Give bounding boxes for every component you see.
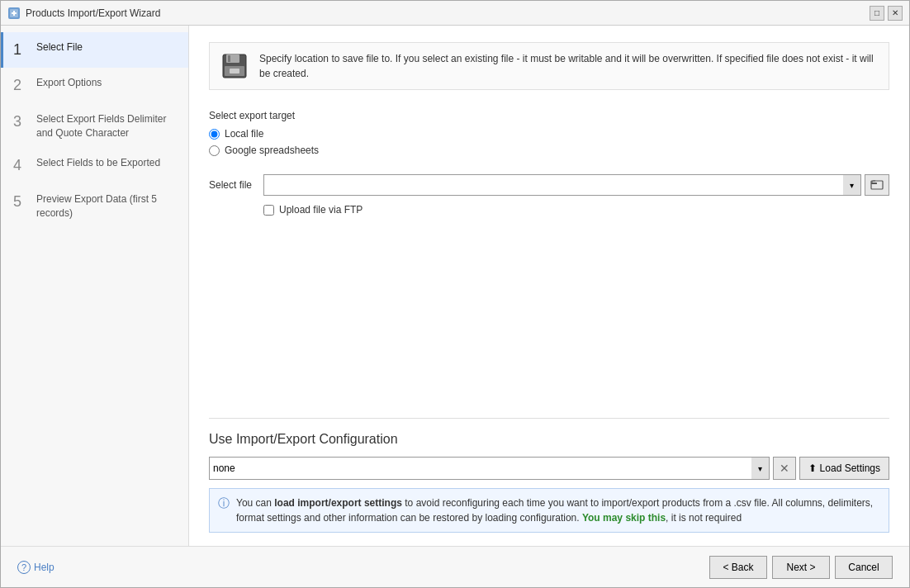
config-info-box: ⓘ You can load import/export settings to…	[209, 488, 889, 533]
step-1-label: Select File	[36, 40, 83, 55]
svg-rect-7	[871, 181, 883, 189]
upload-ftp-label: Upload file via FTP	[279, 204, 363, 216]
browse-button[interactable]	[865, 174, 889, 196]
load-settings-label: Load Settings	[820, 462, 880, 474]
load-settings-button[interactable]: ⬆ Load Settings	[799, 457, 889, 480]
info-circle-icon: ⓘ	[218, 496, 230, 511]
config-select-dropdown[interactable]: none	[209, 457, 770, 480]
step-4[interactable]: 4 Select Fields to be Exported	[1, 148, 188, 183]
help-label: Help	[34, 562, 55, 573]
info-banner: Specify location to save file to. If you…	[209, 42, 889, 90]
step-5-label: Preview Export Data (first 5 records)	[36, 192, 178, 220]
main-window: Products Import/Export Wizard □ ✕ 1 Sele…	[0, 0, 910, 588]
file-select-row: Select file ▾	[209, 174, 889, 196]
step-3-label: Select Export Fields Delimiter and Quote…	[36, 112, 178, 140]
step-4-label: Select Fields to be Exported	[36, 156, 160, 170]
window-controls: □ ✕	[870, 6, 903, 21]
skip-suffix: , it is not required	[666, 512, 742, 524]
bottom-right-buttons: < Back Next > Cancel	[709, 556, 893, 579]
back-button[interactable]: < Back	[709, 556, 767, 579]
svg-rect-6	[230, 69, 239, 74]
config-title: Use Import/Export Configuration	[209, 432, 889, 447]
step-1-number: 1	[13, 40, 28, 59]
step-3[interactable]: 3 Select Export Fields Delimiter and Quo…	[1, 104, 188, 149]
upload-ftp-row: Upload file via FTP	[263, 204, 889, 216]
radio-local-input[interactable]	[209, 129, 220, 140]
step-4-number: 4	[13, 156, 28, 175]
cancel-button[interactable]: Cancel	[835, 556, 893, 579]
next-button[interactable]: Next >	[772, 556, 830, 579]
close-button[interactable]: ✕	[888, 6, 903, 21]
help-circle-icon: ?	[17, 561, 31, 574]
app-icon	[7, 7, 21, 20]
config-section: Use Import/Export Configuration none ▾ ✕…	[209, 418, 889, 533]
file-select-wrapper: ▾	[263, 174, 861, 196]
config-info-text: You can load import/export settings to a…	[236, 496, 880, 525]
config-select-row: none ▾ ✕ ⬆ Load Settings	[209, 457, 889, 480]
disk-icon	[220, 51, 249, 81]
main-content: Specify location to save file to. If you…	[189, 26, 909, 546]
step-3-number: 3	[13, 112, 28, 131]
file-select-label: Select file	[209, 179, 257, 191]
bold-text: load import/export settings	[274, 497, 402, 509]
step-2-label: Export Options	[36, 76, 102, 90]
export-target-group: Local file Google spreadsheets	[209, 128, 889, 161]
radio-google-label: Google spreadsheets	[225, 145, 319, 156]
radio-local-file[interactable]: Local file	[209, 128, 889, 140]
clear-config-button[interactable]: ✕	[773, 457, 796, 480]
maximize-button[interactable]: □	[870, 6, 884, 21]
skip-text: You may skip this	[582, 512, 666, 524]
step-1[interactable]: 1 Select File	[1, 32, 188, 68]
upload-icon: ⬆	[808, 462, 817, 474]
radio-local-label: Local file	[225, 128, 263, 140]
config-select-wrapper: none ▾	[209, 457, 770, 480]
content-area: 1 Select File 2 Export Options 3 Select …	[1, 26, 909, 546]
step-2[interactable]: 2 Export Options	[1, 68, 188, 103]
export-target-label: Select export target	[209, 110, 889, 121]
window-title: Products Import/Export Wizard	[26, 7, 870, 19]
bottom-bar: ? Help < Back Next > Cancel	[1, 546, 909, 587]
radio-google[interactable]: Google spreadsheets	[209, 145, 889, 156]
upload-ftp-checkbox[interactable]	[263, 205, 274, 216]
help-link[interactable]: ? Help	[17, 561, 55, 574]
step-2-number: 2	[13, 76, 28, 95]
radio-google-input[interactable]	[209, 145, 220, 156]
info-description: Specify location to save file to. If you…	[259, 51, 879, 81]
step-5-number: 5	[13, 192, 28, 211]
title-bar: Products Import/Export Wizard □ ✕	[1, 1, 909, 26]
sidebar: 1 Select File 2 Export Options 3 Select …	[1, 26, 189, 546]
step-5[interactable]: 5 Preview Export Data (first 5 records)	[1, 184, 188, 229]
file-select-dropdown[interactable]	[263, 174, 861, 196]
svg-rect-4	[228, 55, 230, 62]
